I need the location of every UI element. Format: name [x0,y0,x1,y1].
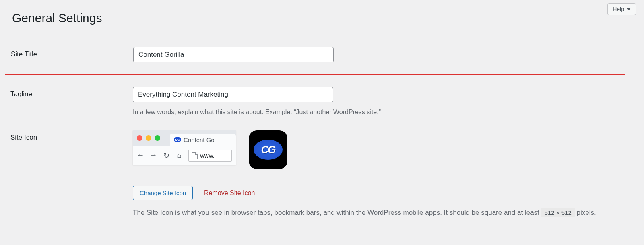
help-button-label: Help [613,6,624,12]
site-icon-desc-before: The Site Icon is what you see in browser… [133,209,539,216]
change-site-icon-button[interactable]: Change Site Icon [133,186,193,200]
close-window-icon [137,135,142,141]
tagline-label: Tagline [5,87,133,98]
home-icon: ⌂ [175,151,183,160]
site-icon-image: CG [249,130,287,169]
site-icon-row: Site Icon CG Content Go [0,130,644,219]
address-bar: www. [188,150,232,162]
browser-preview: CG Content Go ← → ↻ ⌂ www. [133,130,236,165]
minimize-window-icon [146,135,151,141]
site-icon-description: The Site Icon is what you see in browser… [133,207,616,219]
tagline-input[interactable] [133,87,333,102]
address-text: www. [200,152,215,159]
back-arrow-icon: ← [137,151,144,160]
maximize-window-icon [155,135,160,141]
page-icon [192,152,198,159]
browser-tab: CG Content Go [170,134,236,146]
site-title-input[interactable] [133,47,334,62]
tagline-description: In a few words, explain what this site i… [133,108,616,117]
site-icon-desc-after: pixels. [576,209,596,216]
page-title: General Settings [0,0,644,25]
favicon-icon: CG [174,137,181,142]
site-icon-preview-area: CG Content Go ← → ↻ ⌂ www. [133,130,616,169]
help-button[interactable]: Help [607,3,636,15]
reload-icon: ↻ [163,151,170,160]
site-icon-label: Site Icon [5,130,133,142]
site-icon-dimensions: 512 × 512 [541,208,575,217]
site-title-row: Site Title [5,35,625,75]
forward-arrow-icon: → [150,151,157,160]
caret-down-icon [627,8,631,10]
remove-site-icon-link[interactable]: Remove Site Icon [204,189,255,197]
traffic-lights [137,135,160,141]
tagline-row: Tagline In a few words, explain what thi… [0,87,644,117]
site-title-label: Site Title [5,47,133,58]
browser-tab-title: Content Go [184,136,215,143]
